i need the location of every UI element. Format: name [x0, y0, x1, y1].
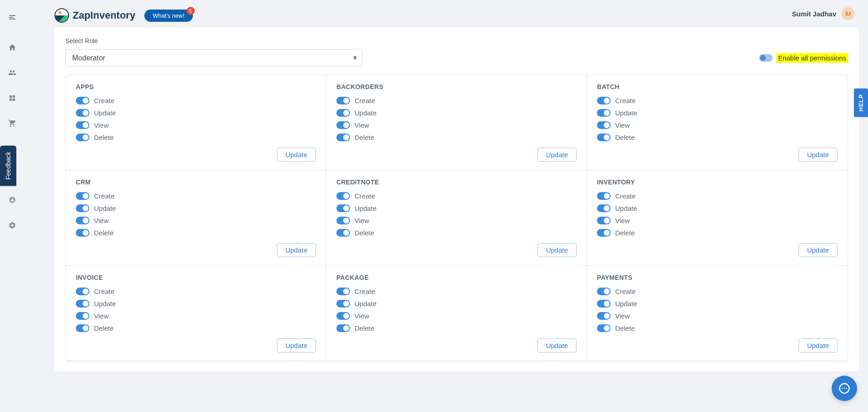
permission-toggle-label: Delete — [615, 229, 635, 237]
permission-toggle-label: Delete — [355, 134, 374, 141]
permission-toggle-create[interactable] — [597, 97, 611, 104]
permission-card-title: APPS — [76, 83, 316, 90]
permission-toggle-create[interactable] — [76, 288, 89, 295]
permission-toggle-create[interactable] — [336, 97, 350, 104]
update-button[interactable]: Update — [538, 148, 577, 162]
permission-toggle-label: View — [355, 217, 369, 224]
permission-toggle-row: Create — [336, 97, 577, 104]
help-tab[interactable]: HELP — [854, 89, 868, 117]
permission-toggle-delete[interactable] — [336, 229, 350, 237]
permission-toggle-view[interactable] — [597, 312, 611, 320]
permission-card-title: CRM — [76, 179, 316, 186]
permission-card: APPSCreateUpdateViewDeleteUpdate — [66, 75, 326, 170]
permission-toggle-row: Delete — [76, 324, 316, 332]
permission-toggle-label: Delete — [355, 229, 374, 237]
permission-card: BACKORDERSCreateUpdateViewDeleteUpdate — [326, 75, 587, 170]
update-button[interactable]: Update — [799, 243, 838, 257]
permission-toggle-create[interactable] — [76, 97, 89, 104]
permission-toggle-label: Update — [615, 300, 637, 308]
permission-toggle-row: Update — [597, 204, 838, 212]
permission-toggle-delete[interactable] — [336, 324, 350, 332]
permission-toggle-create[interactable] — [597, 288, 611, 295]
permission-toggle-view[interactable] — [336, 312, 350, 320]
update-button[interactable]: Update — [538, 338, 577, 352]
sidebar-item-home[interactable] — [4, 39, 20, 55]
permission-toggle-view[interactable] — [597, 121, 611, 129]
sidebar-item-apps[interactable] — [4, 192, 20, 208]
permission-toggle-update[interactable] — [76, 109, 89, 117]
update-button[interactable]: Update — [277, 338, 316, 352]
sidebar-item-settings[interactable] — [4, 217, 20, 233]
permission-toggle-label: View — [615, 217, 630, 224]
role-select[interactable]: Moderator — [65, 49, 362, 66]
sidebar-item-cart[interactable] — [4, 115, 20, 132]
gear-icon — [8, 221, 16, 229]
permission-toggle-view[interactable] — [336, 217, 350, 224]
permission-toggle-row: Delete — [597, 134, 838, 141]
permission-toggle-view[interactable] — [597, 217, 611, 224]
permission-toggle-label: Delete — [94, 229, 113, 237]
permission-toggle-view[interactable] — [336, 121, 350, 129]
permission-update-row: Update — [597, 243, 838, 257]
permission-toggle-label: Create — [94, 288, 114, 295]
permission-update-row: Update — [336, 148, 577, 162]
sidebar-toggle[interactable] — [4, 9, 20, 25]
feedback-tab[interactable]: Feedback — [0, 145, 16, 186]
permission-toggle-update[interactable] — [336, 204, 350, 212]
sidebar-item-inventory[interactable] — [4, 90, 20, 106]
permission-toggle-create[interactable] — [597, 192, 611, 200]
update-button[interactable]: Update — [277, 148, 316, 162]
permission-toggle-row: View — [597, 217, 838, 224]
permission-toggle-label: View — [615, 312, 630, 320]
permission-toggle-delete[interactable] — [336, 134, 350, 141]
permission-toggle-delete[interactable] — [76, 229, 89, 237]
permission-toggles: CreateUpdateViewDelete — [336, 192, 577, 237]
permission-toggle-update[interactable] — [597, 300, 611, 308]
content-card: Select Role Moderator Enable all permiss… — [54, 27, 859, 372]
permission-toggle-row: Delete — [76, 134, 316, 141]
permission-toggle-delete[interactable] — [76, 324, 89, 332]
permission-toggle-update[interactable] — [76, 300, 89, 308]
permission-toggle-view[interactable] — [76, 217, 89, 224]
permission-toggle-delete[interactable] — [597, 229, 611, 237]
avatar[interactable]: SJ — [842, 7, 854, 20]
permission-card: PAYMENTSCreateUpdateViewDeleteUpdate — [587, 266, 848, 361]
permission-card-title: BACKORDERS — [336, 83, 577, 90]
permission-toggle-create[interactable] — [76, 192, 89, 200]
update-button[interactable]: Update — [538, 243, 577, 257]
update-button[interactable]: Update — [277, 243, 316, 257]
whats-new-button[interactable]: What's new! 5 — [144, 10, 192, 22]
permission-toggle-create[interactable] — [336, 288, 350, 295]
permission-toggle-delete[interactable] — [76, 134, 89, 141]
sidebar-item-users[interactable] — [4, 65, 20, 81]
permission-toggle-row: View — [76, 217, 316, 224]
logo-area[interactable]: ZapInventory What's new! 5 — [54, 8, 193, 23]
main: ZapInventory What's new! 5 Sumit Jadhav … — [25, 0, 868, 412]
username[interactable]: Sumit Jadhav — [792, 10, 836, 18]
permission-toggle-update[interactable] — [76, 204, 89, 212]
permission-toggle-delete[interactable] — [597, 134, 611, 141]
permission-toggle-label: Update — [615, 204, 637, 212]
svg-point-3 — [844, 388, 845, 389]
permission-toggle-label: Delete — [94, 134, 113, 141]
chat-button[interactable] — [832, 376, 857, 401]
permission-toggle-update[interactable] — [336, 300, 350, 308]
permission-toggle-update[interactable] — [597, 204, 611, 212]
update-button[interactable]: Update — [799, 338, 838, 352]
update-button[interactable]: Update — [799, 148, 838, 162]
permission-update-row: Update — [597, 148, 838, 162]
permission-toggle-label: Update — [355, 204, 376, 212]
permission-toggle-label: Update — [94, 300, 116, 308]
permission-toggle-update[interactable] — [597, 109, 611, 117]
permission-toggle-row: Update — [76, 300, 316, 308]
enable-all-toggle[interactable] — [759, 54, 773, 62]
permission-toggle-view[interactable] — [76, 121, 89, 129]
permission-update-row: Update — [336, 243, 577, 257]
permission-toggle-delete[interactable] — [597, 324, 611, 332]
permission-toggle-row: Create — [76, 97, 316, 104]
permission-toggle-label: Create — [615, 192, 636, 200]
permission-toggle-create[interactable] — [336, 192, 350, 200]
permission-toggle-view[interactable] — [76, 312, 89, 320]
permission-toggle-update[interactable] — [336, 109, 350, 117]
permission-toggle-row: Delete — [336, 134, 577, 141]
